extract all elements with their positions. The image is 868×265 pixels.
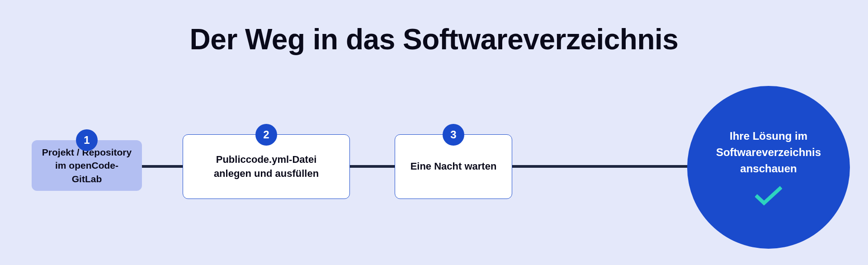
step-badge-1: 1 [76,129,98,151]
step-badge-3: 3 [443,124,464,146]
diagram-title: Der Weg in das Softwareverzeichnis [0,0,868,56]
step-text-2: Publiccode.yml-Dateianlegen und ausfülle… [214,153,319,181]
step-box-2: 2 Publiccode.yml-Dateianlegen und ausfül… [183,134,350,199]
final-circle: Ihre Lösung imSoftwareverzeichnisanschau… [687,86,850,249]
step-box-1: 1 Projekt / Repositoryim openCode-GitLab [32,140,142,191]
step-text-3: Eine Nacht warten [410,160,497,174]
flow-container: 1 Projekt / Repositoryim openCode-GitLab… [0,127,868,244]
step-box-3: 3 Eine Nacht warten [395,134,512,199]
step-badge-2: 2 [255,124,277,146]
checkmark-icon [755,186,782,207]
final-text: Ihre Lösung imSoftwareverzeichnisanschau… [703,128,835,177]
step-text-1: Projekt / Repositoryim openCode-GitLab [41,146,133,185]
